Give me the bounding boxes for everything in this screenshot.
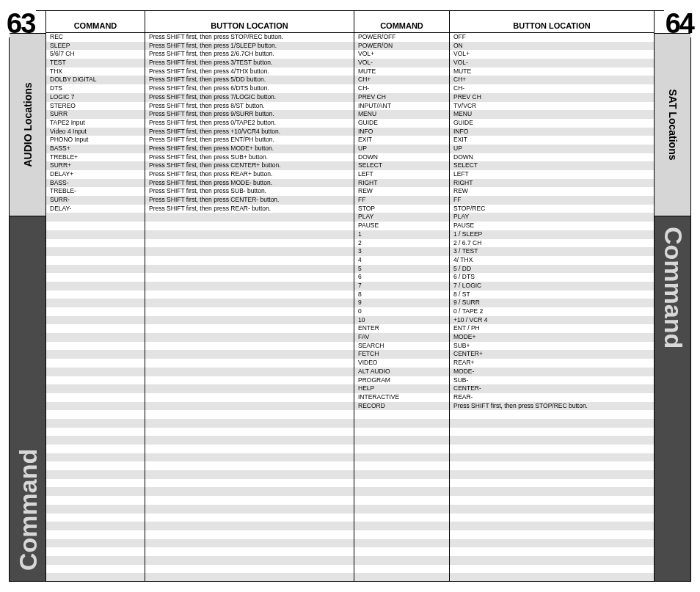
cell-button-right: 6 / DTS (450, 273, 654, 282)
cell-command-right: 10 (354, 316, 450, 325)
cell-command-left (46, 273, 145, 282)
cell-command-right: MENU (354, 110, 450, 119)
cell-command-right: ALT AUDIO (354, 368, 450, 376)
cell-command-left (46, 230, 145, 239)
cell-button-left (145, 461, 354, 470)
table-row (46, 556, 654, 565)
cell-button-left: Press SHIFT first, then press 0/TAPE2 bu… (145, 119, 354, 128)
cell-button-left: Press SHIFT first, then press 1/SLEEP bu… (145, 42, 354, 51)
cell-button-left (145, 230, 354, 239)
table-row (46, 505, 654, 514)
cell-button-right: STOP/REC (450, 205, 654, 213)
cell-button-right: CENTER+ (450, 350, 654, 359)
cell-command-left (46, 453, 145, 462)
cell-command-right: FF (354, 196, 450, 205)
table-row (46, 419, 654, 428)
cell-command-right: 7 (354, 282, 450, 290)
cell-button-left: Press SHIFT first, then press 8/ST butto… (145, 102, 354, 111)
cell-button-left (145, 479, 354, 488)
cell-command-left: SLEEP (46, 42, 145, 51)
cell-button-left: Press SHIFT first, then press 9/SURR but… (145, 110, 354, 119)
table-row: FETCHCENTER+ (46, 350, 654, 359)
cell-command-left (46, 522, 145, 530)
cell-command-right (354, 556, 450, 565)
table-row: TREBLE-Press SHIFT first, then press SUB… (46, 187, 654, 196)
table-row: 44/ THX (46, 256, 654, 265)
table-row: ALT AUDIOMODE- (46, 368, 654, 376)
cell-command-right (354, 539, 450, 548)
table-row: 99 / SURR (46, 299, 654, 307)
cell-command-left (46, 359, 145, 368)
cell-command-right: ENTER (354, 324, 450, 333)
cell-command-left (46, 470, 145, 479)
cell-command-right: 1 (354, 230, 450, 239)
cell-command-left: BASS- (46, 179, 145, 188)
right-command-band-label: Command (658, 227, 687, 348)
cell-button-right: CH+ (450, 76, 654, 84)
table-row: SURR-Press SHIFT first, then press CENTE… (46, 196, 654, 205)
cell-command-right: DOWN (354, 153, 450, 162)
cell-button-left: Press SHIFT first, then press 7/LOGIC bu… (145, 93, 354, 102)
cell-button-right: FF (450, 196, 654, 205)
cell-button-right: VOL+ (450, 50, 654, 59)
cell-command-left: BASS+ (46, 145, 145, 153)
cell-command-right (354, 487, 450, 496)
cell-button-left (145, 359, 354, 368)
table-row: INTERACTIVEREAR- (46, 393, 654, 402)
cell-button-left: Press SHIFT first, then press MODE- butt… (145, 179, 354, 188)
cell-button-left (145, 522, 354, 530)
cell-command-right: POWER/ON (354, 42, 450, 51)
cell-command-left (46, 496, 145, 505)
cell-command-left (46, 461, 145, 470)
cell-button-right (450, 522, 654, 530)
cell-button-right: PLAY (450, 213, 654, 222)
table-row: 10+10 / VCR 4 (46, 316, 654, 325)
cell-button-left (145, 265, 354, 274)
cell-command-left (46, 428, 145, 436)
cell-command-right: EXIT (354, 136, 450, 145)
cell-command-left (46, 479, 145, 488)
cell-command-left: TREBLE- (46, 187, 145, 196)
table-row: BASS-Press SHIFT first, then press MODE-… (46, 179, 654, 188)
cell-button-right: CENTER- (450, 384, 654, 393)
cell-button-left (145, 393, 354, 402)
cell-button-right (450, 573, 654, 581)
table-row: PAUSEPAUSE (46, 222, 654, 230)
cell-button-right: 1 / SLEEP (450, 230, 654, 239)
cell-command-left (46, 376, 145, 385)
cell-button-left (145, 514, 354, 522)
cell-button-left (145, 496, 354, 505)
cell-button-right: Press SHIFT first, then press STOP/REC b… (450, 402, 654, 411)
cell-command-right: RIGHT (354, 179, 450, 188)
cell-command-right (354, 565, 450, 574)
cell-command-left (46, 556, 145, 565)
cell-command-left (46, 239, 145, 248)
table-row: 00 / TAPE 2 (46, 307, 654, 316)
cell-command-right (354, 428, 450, 436)
cell-command-right: LEFT (354, 170, 450, 179)
cell-command-left (46, 565, 145, 574)
cell-button-right (450, 539, 654, 548)
table-row: 55 / DD (46, 265, 654, 274)
header-command-2: COMMAND (354, 11, 450, 32)
table-row: DOLBY DIGITALPress SHIFT first, then pre… (46, 76, 654, 84)
cell-button-left (145, 470, 354, 479)
cell-command-right: 5 (354, 265, 450, 274)
cell-button-left (145, 273, 354, 282)
cell-command-right: INFO (354, 128, 450, 136)
content-area: COMMAND BUTTON LOCATION COMMAND BUTTON L… (46, 11, 654, 581)
table-row: LOGIC 7Press SHIFT first, then press 7/L… (46, 93, 654, 102)
table-row (46, 565, 654, 574)
table-row (46, 522, 654, 530)
cell-command-right: RECORD (354, 402, 450, 411)
cell-command-right (354, 445, 450, 453)
cell-button-right (450, 487, 654, 496)
table-row: TAPE2 InputPress SHIFT first, then press… (46, 119, 654, 128)
header-command-1: COMMAND (46, 11, 145, 32)
cell-command-right (354, 573, 450, 581)
cell-button-right: 7 / LOGIC (450, 282, 654, 290)
cell-button-right: SUB+ (450, 342, 654, 351)
cell-button-left (145, 556, 354, 565)
cell-button-left (145, 290, 354, 299)
cell-command-right: POWER/OFF (354, 33, 450, 42)
